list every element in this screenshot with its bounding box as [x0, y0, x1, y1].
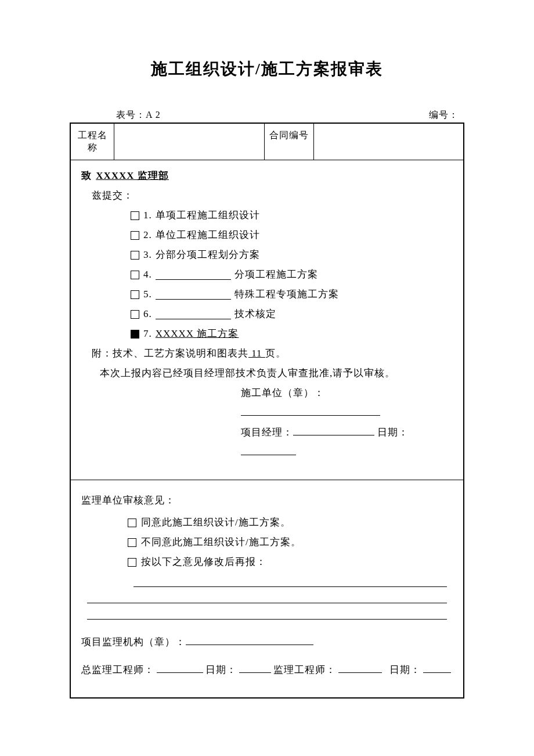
engineer-signature-row: 总监理工程师： 日期： 监理工程师： 日期： — [81, 660, 453, 680]
project-name-label: 工程名称 — [71, 124, 114, 160]
checklist-item: 3.分部分项工程划分方案 — [81, 245, 453, 265]
fill-blank[interactable] — [156, 270, 231, 280]
chief-date-field[interactable] — [239, 663, 271, 673]
meta-row: 表号：A 2 编号： — [70, 109, 464, 123]
submit-label: 兹提交： — [81, 186, 453, 206]
chief-engineer-label: 总监理工程师： — [81, 660, 154, 680]
option-text: 不同意此施工组织设计/施工方案。 — [141, 532, 301, 552]
comment-line-2[interactable] — [87, 591, 447, 603]
checkbox-icon[interactable] — [128, 519, 136, 527]
pm-label: 项目经理： — [241, 427, 293, 438]
project-name-field[interactable] — [114, 124, 265, 160]
construction-unit-row: 施工单位（章）： — [81, 383, 453, 423]
opinion-label: 监理单位审核意见： — [81, 491, 453, 510]
pm-field[interactable] — [293, 426, 374, 435]
pm-signature-row: 项目经理： 日期： — [81, 423, 453, 462]
item-number: 3. — [143, 245, 152, 265]
approval-note: 本次上报内容已经项目经理部技术负责人审查批准,请予以审核。 — [81, 363, 453, 383]
supervision-org-row: 项目监理机构（章）： — [81, 632, 453, 652]
form-outer: 工程名称 合同编号 致 XXXXX 监理部 兹提交： 1.单项工程施工组织设计2… — [70, 123, 464, 699]
construction-unit-label: 施工单位（章）： — [241, 387, 324, 398]
item-text: 单位工程施工组织设计 — [156, 225, 260, 245]
opinion-option: 同意此施工组织设计/施工方案。 — [81, 513, 453, 532]
construction-unit-field[interactable] — [241, 406, 380, 416]
comment-line-1[interactable] — [134, 574, 447, 587]
checkbox-icon[interactable] — [131, 330, 139, 339]
item-text: 分部分项工程划分方案 — [156, 245, 260, 265]
item-number: 1. — [143, 206, 152, 225]
review-section: 监理单位审核意见： 同意此施工组织设计/施工方案。不同意此施工组织设计/施工方案… — [71, 480, 463, 697]
attach-prefix: 附：技术、工艺方案说明和图表共 — [92, 348, 248, 359]
checklist-item: 1.单项工程施工组织设计 — [81, 206, 453, 225]
pm-date-label: 日期： — [377, 427, 409, 438]
checkbox-icon[interactable] — [128, 558, 136, 567]
item-text: 分项工程施工方案 — [234, 265, 318, 285]
item-text: 技术核定 — [234, 304, 276, 324]
checkbox-icon[interactable] — [131, 290, 139, 299]
checklist-item: 7.XXXXX 施工方案 — [81, 324, 453, 344]
form-number: 表号：A 2 — [116, 109, 161, 121]
checklist-item: 2.单位工程施工组织设计 — [81, 225, 453, 245]
item-number: 6. — [143, 304, 152, 324]
header-table: 工程名称 合同编号 — [71, 124, 463, 160]
contract-no-label: 合同编号 — [265, 124, 314, 160]
fill-blank[interactable] — [156, 309, 231, 319]
page-title: 施工组织设计/施工方案报审表 — [70, 58, 464, 80]
checklist-item: 4.分项工程施工方案 — [81, 265, 453, 285]
checkbox-icon[interactable] — [131, 251, 139, 260]
engineer-field[interactable] — [338, 663, 382, 673]
to-prefix: 致 — [81, 170, 92, 181]
opinion-option: 按以下之意见修改后再报： — [81, 552, 453, 572]
serial-number-label: 编号： — [429, 109, 459, 121]
item-text: XXXXX 施工方案 — [156, 324, 239, 344]
submission-section: 致 XXXXX 监理部 兹提交： 1.单项工程施工组织设计2.单位工程施工组织设… — [71, 160, 463, 480]
item-text: 单项工程施工组织设计 — [156, 206, 260, 225]
checklist-item: 6.技术核定 — [81, 304, 453, 324]
checkbox-icon[interactable] — [131, 310, 139, 319]
engineer-label: 监理工程师： — [273, 660, 336, 680]
checklist-item: 5.特殊工程专项施工方案 — [81, 285, 453, 304]
opinion-option: 不同意此施工组织设计/施工方案。 — [81, 532, 453, 552]
attach-suffix: 页。 — [265, 348, 286, 359]
checkbox-icon[interactable] — [131, 231, 139, 240]
option-text: 按以下之意见修改后再报： — [141, 552, 266, 572]
addressee-line: 致 XXXXX 监理部 — [81, 166, 453, 186]
item-number: 5. — [143, 285, 152, 304]
item-number: 7. — [143, 324, 152, 344]
page-count[interactable]: 11 — [248, 348, 265, 359]
checkbox-icon[interactable] — [128, 538, 136, 547]
attachment-row: 附：技术、工艺方案说明和图表共 11 页。 — [81, 344, 453, 363]
chief-date-label: 日期： — [205, 660, 237, 680]
item-number: 4. — [143, 265, 152, 285]
option-text: 同意此施工组织设计/施工方案。 — [141, 513, 291, 532]
addressee-name: XXXXX 监理部 — [95, 170, 170, 181]
supervision-org-label: 项目监理机构（章）： — [81, 636, 186, 647]
contract-no-field[interactable] — [314, 124, 464, 160]
engineer-date-field[interactable] — [423, 663, 451, 673]
engineer-date-label: 日期： — [389, 660, 421, 680]
item-number: 2. — [143, 225, 152, 245]
supervision-org-field[interactable] — [186, 635, 313, 645]
item-text: 特殊工程专项施工方案 — [234, 285, 339, 304]
comment-line-3[interactable] — [87, 607, 447, 620]
checkbox-icon[interactable] — [131, 271, 139, 279]
fill-blank[interactable] — [156, 290, 231, 300]
pm-date-field[interactable] — [241, 445, 296, 455]
checkbox-icon[interactable] — [131, 211, 139, 220]
chief-engineer-field[interactable] — [157, 663, 203, 673]
